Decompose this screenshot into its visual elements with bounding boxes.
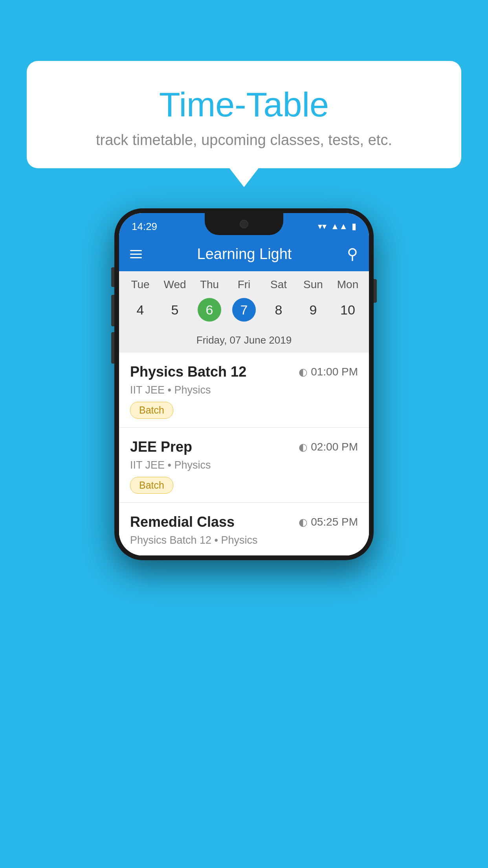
day-mon: Mon	[330, 278, 365, 294]
day-tue: Tue	[123, 278, 158, 294]
app-feature-title: Time-Table	[42, 85, 446, 125]
calendar-strip: Tue Wed Thu Fri Sat Sun Mon 4 5 6 7 8 9 …	[119, 271, 369, 353]
day-fri: Fri	[227, 278, 261, 294]
phone-notch	[205, 213, 283, 235]
date-10[interactable]: 10	[330, 294, 365, 326]
app-feature-subtitle: track timetable, upcoming classes, tests…	[42, 132, 446, 149]
schedule-item-1[interactable]: Physics Batch 12 ◐ 01:00 PM IIT JEE • Ph…	[119, 353, 369, 428]
phone-mockup: 14:29 ▾▾ ▲▲ ▮ Learning Light ⚲	[114, 208, 374, 560]
dates-row: 4 5 6 7 8 9 10	[119, 294, 369, 326]
speech-bubble: Time-Table track timetable, upcoming cla…	[27, 61, 461, 168]
day-sun: Sun	[296, 278, 330, 294]
battery-icon: ▮	[352, 221, 356, 232]
schedule-item-1-header: Physics Batch 12 ◐ 01:00 PM	[130, 364, 358, 380]
clock-icon-2: ◐	[299, 441, 308, 453]
mute-button	[111, 267, 114, 287]
schedule-item-2-time-label: 02:00 PM	[311, 441, 358, 453]
front-camera	[240, 220, 248, 228]
app-title: Learning Light	[151, 246, 338, 263]
day-thu: Thu	[192, 278, 227, 294]
status-icons: ▾▾ ▲▲ ▮	[318, 221, 356, 232]
schedule-item-3-title: Remedial Class	[130, 514, 235, 530]
schedule-item-1-subtitle: IIT JEE • Physics	[130, 384, 358, 396]
app-bar: Learning Light ⚲	[119, 237, 369, 271]
signal-icon: ▲▲	[330, 221, 348, 232]
batch-badge-2: Batch	[130, 477, 173, 494]
status-time: 14:29	[132, 221, 157, 233]
day-sat: Sat	[261, 278, 296, 294]
schedule-item-3[interactable]: Remedial Class ◐ 05:25 PM Physics Batch …	[119, 503, 369, 555]
schedule-item-1-title: Physics Batch 12	[130, 364, 246, 380]
phone-screen: 14:29 ▾▾ ▲▲ ▮ Learning Light ⚲	[119, 213, 369, 555]
phone-outer-shell: 14:29 ▾▾ ▲▲ ▮ Learning Light ⚲	[114, 208, 374, 560]
date-8[interactable]: 8	[261, 294, 296, 326]
schedule-item-3-time-label: 05:25 PM	[311, 516, 358, 528]
clock-icon-3: ◐	[299, 516, 308, 528]
schedule-item-2-title: JEE Prep	[130, 439, 192, 455]
schedule-item-3-header: Remedial Class ◐ 05:25 PM	[130, 514, 358, 530]
date-9[interactable]: 9	[296, 294, 330, 326]
days-header: Tue Wed Thu Fri Sat Sun Mon	[119, 278, 369, 294]
date-6[interactable]: 6	[192, 294, 227, 326]
schedule-item-2[interactable]: JEE Prep ◐ 02:00 PM IIT JEE • Physics Ba…	[119, 428, 369, 503]
clock-icon-1: ◐	[299, 366, 308, 378]
schedule-list: Physics Batch 12 ◐ 01:00 PM IIT JEE • Ph…	[119, 353, 369, 555]
schedule-item-2-header: JEE Prep ◐ 02:00 PM	[130, 439, 358, 455]
selected-date-label: Friday, 07 June 2019	[119, 330, 369, 353]
date-7[interactable]: 7	[227, 294, 261, 326]
day-wed: Wed	[158, 278, 192, 294]
volume-up-button	[111, 295, 114, 326]
wifi-icon: ▾▾	[318, 221, 327, 232]
schedule-item-3-subtitle: Physics Batch 12 • Physics	[130, 534, 358, 546]
schedule-item-1-time: ◐ 01:00 PM	[299, 366, 358, 378]
schedule-item-2-time: ◐ 02:00 PM	[299, 441, 358, 453]
schedule-item-3-time: ◐ 05:25 PM	[299, 516, 358, 528]
volume-down-button	[111, 332, 114, 364]
batch-badge-1: Batch	[130, 402, 173, 419]
date-5[interactable]: 5	[158, 294, 192, 326]
schedule-item-2-subtitle: IIT JEE • Physics	[130, 459, 358, 471]
schedule-item-1-time-label: 01:00 PM	[311, 366, 358, 378]
power-button	[374, 279, 377, 303]
date-4[interactable]: 4	[123, 294, 158, 326]
menu-button[interactable]	[130, 250, 142, 258]
search-icon[interactable]: ⚲	[347, 245, 358, 263]
